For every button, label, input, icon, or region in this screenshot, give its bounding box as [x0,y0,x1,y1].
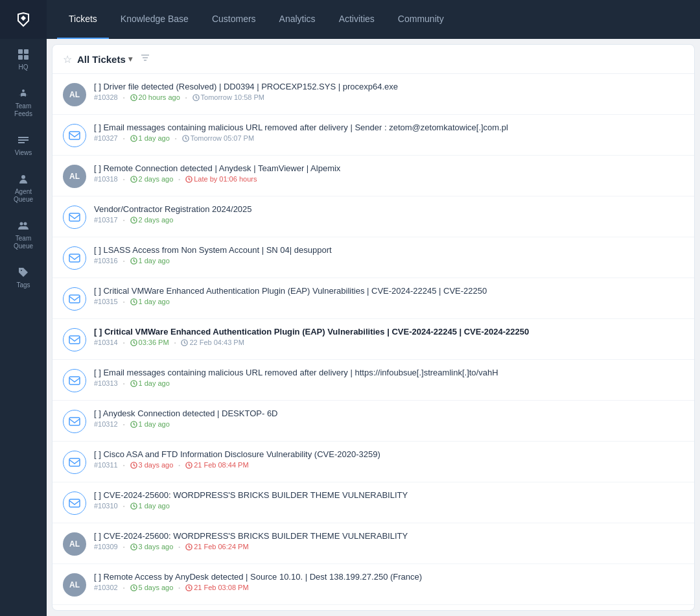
ticket-body: [ ] Critical VMWare Enhanced Authenticat… [94,286,684,305]
ticket-row[interactable]: AL [ ] Driver file detected (Resolved) |… [52,74,694,115]
svg-point-5 [21,175,25,179]
sidebar: HQ TeamFeeds Views AgentQueue TeamQueue … [0,0,47,616]
ticket-body: [ ] Email messages containing malicious … [94,123,684,142]
svg-rect-15 [69,213,80,221]
ticket-meta: #10312• 1 day ago [94,420,684,428]
ticket-meta: #10328• 20 hours ago • Tomorrow 10:58 PM [94,93,684,101]
svg-rect-28 [69,458,80,466]
ticket-meta: #10313• 1 day ago [94,379,684,387]
ticket-time: 03:36 PM [130,338,169,346]
star-button[interactable]: ☆ [63,53,72,65]
ticket-body: [ ] Driver file detected (Resolved) | DD… [94,82,684,101]
ticket-meta: #10315• 1 day ago [94,298,684,305]
sidebar-item-tags-label: Tags [16,281,30,289]
ticket-meta: #10318• 2 days ago • Late by 01:06 hours [94,175,684,183]
ticket-row[interactable]: [ ] CVE-2024-25600: WORDPRESS'S BRICKS B… [52,482,694,523]
ticket-body: [ ] Cisco ASA and FTD Information Disclo… [94,449,684,469]
ticket-meta: #10316• 1 day ago [94,257,684,265]
content-panel: ☆ All Tickets ▾ AL [ ] Driver file detec… [52,44,695,611]
svg-rect-19 [69,295,80,303]
ticket-time: 1 day ago [130,298,170,305]
ticket-body: [ ] Critical VMWare Enhanced Authenticat… [94,327,684,346]
svg-rect-31 [69,499,80,507]
ticket-row[interactable]: [ ] Email messages containing malicious … [52,360,694,401]
ticket-meta: #10314• 03:36 PM • 22 Feb 04:43 PM [94,338,684,346]
svg-rect-10 [69,132,80,139]
ticket-row[interactable]: [ ] LSASS Access from Non System Account… [52,237,694,278]
sidebar-item-hq[interactable]: HQ [0,40,47,77]
ticket-meta: #10310• 1 day ago [94,502,684,510]
nav-knowledge-base[interactable]: Knowledge Base [109,0,200,39]
ticket-time: 1 day ago [130,257,170,265]
ticket-meta: #10309• 3 days ago • 21 Feb 06:24 PM [94,543,684,551]
ticket-body: [ ] Remote Access by AnyDesk detected | … [94,572,684,591]
ticket-time: 1 day ago [130,420,170,428]
ticket-row[interactable]: [ ] Critical VMWare Enhanced Authenticat… [52,319,694,360]
ticket-meta: #10311• 3 days ago • 21 Feb 08:44 PM [94,461,684,469]
ticket-list: AL [ ] Driver file detected (Resolved) |… [52,74,694,610]
avatar: AL [63,532,86,556]
sidebar-item-agent-queue[interactable]: AgentQueue [0,165,47,209]
ticket-body: [ ] CVE-2024-25600: WORDPRESS'S BRICKS B… [94,490,684,510]
svg-rect-0 [18,49,23,54]
nav-tickets[interactable]: Tickets [57,0,109,39]
nav-customers[interactable]: Customers [200,0,268,39]
sidebar-item-team-feeds[interactable]: TeamFeeds [0,79,47,123]
sidebar-item-views-label: Views [15,149,32,157]
svg-point-6 [20,222,23,226]
sidebar-item-team-queue[interactable]: TeamQueue [0,211,47,255]
ticket-row[interactable]: [ ] Critical VMWare Enhanced Authenticat… [52,278,694,319]
ticket-time: 1 day ago [130,379,170,387]
svg-rect-1 [24,49,29,54]
ticket-row[interactable]: Vendor/Contractor Registration 2024/2025… [52,196,694,237]
sidebar-item-views[interactable]: Views [0,126,47,162]
ticket-due: 21 Feb 08:44 PM [185,461,248,469]
ticket-title: [ ] LSASS Access from Non System Account… [94,245,684,255]
ticket-row[interactable]: [ ] Anydesk Connection detected | DESKTO… [52,401,694,442]
ticket-title: [ ] CVE-2024-25600: WORDPRESS'S BRICKS B… [94,531,684,541]
sidebar-item-tags[interactable]: Tags [0,258,47,294]
svg-rect-26 [69,418,80,425]
ticket-id: #10312 [94,420,118,428]
ticket-title: [ ] Critical VMWare Enhanced Authenticat… [94,286,684,296]
tickets-dropdown[interactable]: All Tickets ▾ [77,54,132,65]
nav-activities[interactable]: Activities [327,0,386,39]
ticket-title: [ ] Anydesk Connection detected | DESKTO… [94,409,684,418]
ticket-title: [ ] Remote Access by AnyDesk detected | … [94,572,684,582]
avatar [63,246,86,270]
ticket-time: 3 days ago [130,461,174,469]
ticket-meta: #10317• 2 days ago [94,216,684,224]
avatar: AL [63,573,86,597]
avatar [63,328,86,351]
ticket-body: [ ] Anydesk Connection detected | DESKTO… [94,409,684,428]
avatar: AL [63,165,86,188]
nav-community[interactable]: Community [386,0,456,39]
nav-analytics[interactable]: Analytics [268,0,327,39]
logo[interactable] [0,0,47,39]
main-area: Tickets Knowledge Base Customers Analyti… [47,0,700,616]
ticket-title: [ ] Driver file detected (Resolved) | DD… [94,82,684,91]
ticket-row[interactable]: AL [ ] CVE-2024-25600: WORDPRESS'S BRICK… [52,523,694,564]
ticket-id: #10316 [94,257,118,265]
ticket-title: [ ] CVE-2024-25600: WORDPRESS'S BRICKS B… [94,490,684,500]
ticket-id: #10315 [94,298,118,305]
ticket-row[interactable]: AL [ ] Remote Access by AnyDesk detected… [52,564,694,605]
ticket-due: Tomorrow 10:58 PM [192,93,264,101]
ticket-id: #10327 [94,134,118,142]
svg-rect-21 [69,336,80,344]
sidebar-item-agent-label: AgentQueue [14,188,33,204]
filter-button[interactable] [140,53,150,65]
toolbar: ☆ All Tickets ▾ [52,45,694,74]
ticket-time: 5 days ago [130,584,174,591]
late-badge: Late by 01:06 hours [185,175,257,183]
avatar [63,492,86,515]
ticket-id: #10318 [94,175,118,183]
ticket-id: #10314 [94,338,118,346]
ticket-body: [ ] Remote Connection detected | Anydesk… [94,163,684,183]
avatar: AL [63,83,86,106]
ticket-row[interactable]: AL [ ] Remote Connection detected | Anyd… [52,156,694,196]
ticket-row[interactable]: [ ] Cisco ASA and FTD Information Disclo… [52,442,694,482]
svg-rect-3 [24,55,29,60]
ticket-id: #10311 [94,461,118,469]
ticket-row[interactable]: [ ] Email messages containing malicious … [52,115,694,156]
